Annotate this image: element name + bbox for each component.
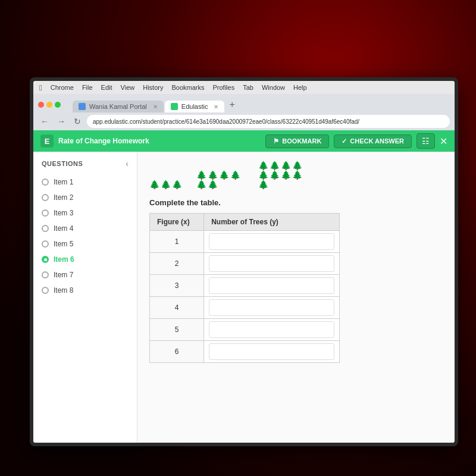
browser-chrome: Wania Kamal Portal ✕ Edulastic ✕ + ← → ↻ bbox=[33, 94, 455, 130]
table-row: 3 bbox=[150, 275, 340, 297]
apple-menu[interactable]:  bbox=[39, 83, 42, 92]
sidebar-item-item1[interactable]: Item 1 bbox=[33, 174, 137, 190]
grid-view-button[interactable]: ☷ bbox=[416, 133, 435, 149]
back-button[interactable]: ← bbox=[38, 115, 51, 127]
sidebar-label-item3: Item 3 bbox=[54, 209, 73, 217]
tree-icon: 🌲 bbox=[270, 171, 280, 179]
tree-group-3: 🌲 🌲 🌲 🌲 🌲 🌲 🌲 🌲 🌲 bbox=[258, 161, 306, 189]
data-table: Figure (x) Number of Trees (y) 1 bbox=[149, 213, 340, 363]
new-tab-button[interactable]: + bbox=[226, 99, 238, 110]
menu-history[interactable]: History bbox=[143, 84, 163, 91]
trees-field-4[interactable] bbox=[209, 299, 334, 316]
tree-icon: 🌲 bbox=[258, 161, 268, 170]
tab-close-wania[interactable]: ✕ bbox=[153, 104, 158, 110]
sidebar-toggle-button[interactable]: ‹ bbox=[126, 159, 129, 168]
figure-5: 5 bbox=[150, 319, 204, 341]
trees-field-5[interactable] bbox=[209, 321, 334, 338]
main-panel: 🌲 🌲 🌲 🌲 🌲 🌲 🌲 🌲 🌲 bbox=[137, 152, 455, 443]
sidebar-item-item8[interactable]: Item 8 bbox=[33, 283, 137, 298]
trees-field-6[interactable] bbox=[209, 343, 334, 360]
sidebar-label-item6: Item 6 bbox=[54, 255, 74, 264]
figure-6: 6 bbox=[150, 341, 204, 363]
menu-window[interactable]: Window bbox=[262, 84, 285, 91]
tab-favicon-wania bbox=[79, 103, 86, 110]
tree-icon: 🌲 bbox=[208, 171, 218, 179]
tab-favicon-edulastic bbox=[171, 103, 178, 110]
sidebar-item-item6[interactable]: Item 6 bbox=[33, 252, 137, 267]
sidebar-label-item1: Item 1 bbox=[54, 178, 73, 186]
menu-chrome[interactable]: Chrome bbox=[51, 84, 74, 91]
menu-help[interactable]: Help bbox=[293, 84, 307, 91]
sidebar-label-item5: Item 5 bbox=[54, 240, 73, 248]
sidebar-item-item7[interactable]: Item 7 bbox=[33, 267, 137, 283]
sidebar-item-item2[interactable]: Item 2 bbox=[33, 190, 137, 205]
minimize-button[interactable] bbox=[46, 102, 52, 108]
trees-input-5[interactable] bbox=[204, 319, 340, 341]
table-row: 5 bbox=[150, 319, 340, 341]
tab-close-edulastic[interactable]: ✕ bbox=[214, 104, 218, 110]
trees-input-3[interactable] bbox=[204, 275, 340, 297]
radio-item2 bbox=[42, 194, 49, 201]
tree-icon: 🌲 bbox=[149, 180, 159, 189]
mac-menubar:  Chrome File Edit View History Bookmark… bbox=[33, 81, 455, 94]
radio-inner-item6 bbox=[44, 258, 47, 261]
sidebar: QUESTIONS ‹ Item 1 Item 2 Item 3 bbox=[33, 152, 137, 443]
tab-edulastic[interactable]: Edulastic ✕ bbox=[165, 101, 225, 112]
figure-1: 1 bbox=[150, 231, 204, 253]
radio-item1 bbox=[42, 178, 49, 186]
trees-input-4[interactable] bbox=[204, 297, 340, 319]
close-app-button[interactable]: ✕ bbox=[440, 136, 447, 147]
browser-tabs: Wania Kamal Portal ✕ Edulastic ✕ + bbox=[68, 97, 243, 112]
sidebar-item-item4[interactable]: Item 4 bbox=[33, 221, 137, 236]
tree-icon: 🌲 bbox=[172, 180, 182, 189]
forward-button[interactable]: → bbox=[55, 115, 68, 127]
menu-profiles[interactable]: Profiles bbox=[213, 84, 235, 91]
maximize-button[interactable] bbox=[55, 102, 61, 108]
table-row: 2 bbox=[150, 253, 340, 275]
table-row: 1 bbox=[150, 231, 340, 253]
tree-icon: 🌲 bbox=[258, 180, 268, 189]
menu-file[interactable]: File bbox=[82, 84, 93, 91]
trees-field-2[interactable] bbox=[209, 255, 334, 272]
trees-input-2[interactable] bbox=[204, 253, 340, 275]
bookmark-button[interactable]: ⚑ BOOKMARK bbox=[265, 134, 329, 148]
radio-item4 bbox=[42, 225, 49, 232]
menu-edit[interactable]: Edit bbox=[101, 84, 112, 91]
col-figure-header: Figure (x) bbox=[150, 214, 204, 231]
tree-group-1: 🌲 🌲 🌲 bbox=[149, 180, 182, 189]
app-title: Rate of Change Homework bbox=[58, 137, 149, 145]
radio-item3 bbox=[42, 209, 49, 217]
trees-field-3[interactable] bbox=[209, 277, 334, 294]
bookmark-label: BOOKMARK bbox=[282, 137, 321, 145]
refresh-button[interactable]: ↻ bbox=[71, 115, 83, 127]
tree-icon: 🌲 bbox=[196, 180, 206, 189]
menu-tab[interactable]: Tab bbox=[243, 84, 253, 91]
menu-view[interactable]: View bbox=[121, 84, 135, 91]
col-trees-header: Number of Trees (y) bbox=[204, 214, 340, 231]
radio-item5 bbox=[42, 240, 49, 248]
checkmark-icon: ✓ bbox=[342, 137, 347, 145]
figure-4: 4 bbox=[150, 297, 204, 319]
tab-label-wania: Wania Kamal Portal bbox=[89, 103, 147, 110]
menu-bookmarks[interactable]: Bookmarks bbox=[171, 84, 204, 91]
close-button[interactable] bbox=[38, 102, 44, 108]
check-answer-button[interactable]: ✓ CHECK ANSWER bbox=[334, 134, 412, 148]
tab-label-edulastic: Edulastic bbox=[181, 103, 208, 110]
traffic-lights bbox=[38, 102, 61, 108]
figure-2: 2 bbox=[150, 253, 204, 275]
sidebar-item-item5[interactable]: Item 5 bbox=[33, 236, 137, 252]
trees-input-1[interactable] bbox=[204, 231, 340, 253]
tree-icon: 🌲 bbox=[281, 161, 291, 170]
app-header: E Rate of Change Homework ⚑ BOOKMARK ✓ C… bbox=[33, 130, 455, 152]
sidebar-item-item3[interactable]: Item 3 bbox=[33, 205, 137, 221]
check-answer-label: CHECK ANSWER bbox=[350, 137, 404, 145]
trees-field-1[interactable] bbox=[209, 233, 334, 250]
tab-wania[interactable]: Wania Kamal Portal ✕ bbox=[73, 101, 164, 112]
sidebar-header: QUESTIONS ‹ bbox=[33, 159, 137, 174]
trees-input-6[interactable] bbox=[204, 341, 340, 363]
tree-group-2: 🌲 🌲 🌲 🌲 🌲 🌲 bbox=[196, 171, 244, 189]
tree-icon: 🌲 bbox=[292, 171, 302, 179]
address-bar[interactable] bbox=[87, 115, 450, 128]
browser-toolbar: ← → ↻ bbox=[33, 112, 455, 130]
table-row: 4 bbox=[150, 297, 340, 319]
